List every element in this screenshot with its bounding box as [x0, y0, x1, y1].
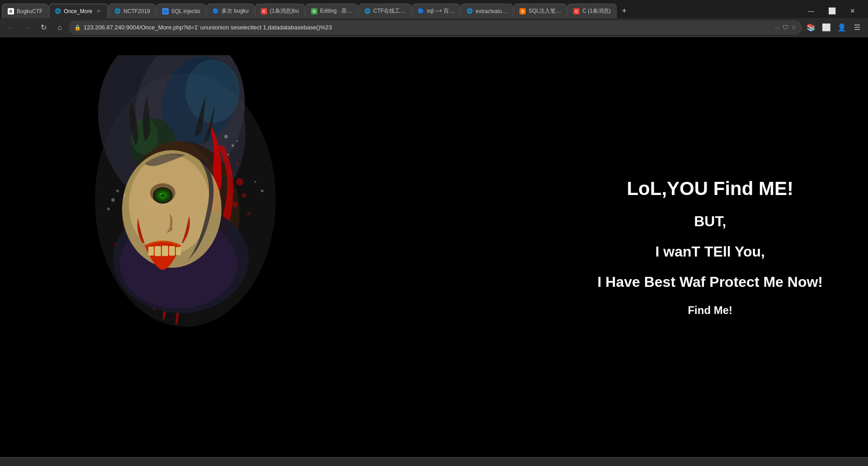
line4: Find Me!: [598, 304, 823, 317]
tab-close-button[interactable]: ✕: [95, 8, 102, 15]
more-options-icon[interactable]: ···: [775, 24, 780, 31]
tab-c1[interactable]: C (1条消息)bu: [255, 4, 305, 18]
svg-rect-33: [155, 246, 161, 256]
minimize-button[interactable]: —: [801, 4, 821, 18]
svg-point-46: [255, 181, 256, 183]
tab-favicon-sqlbai: 🔵: [418, 8, 424, 14]
line1: BUT,: [598, 213, 823, 230]
tab-favicon-extract: 🌐: [467, 8, 473, 14]
tab-once-more[interactable]: 🌐 Once_More ✕: [49, 4, 108, 18]
svg-point-43: [123, 195, 125, 196]
tab-favicon-c2: C: [573, 8, 580, 14]
address-bar-container[interactable]: 🔒 ··· 🛡 ☆: [69, 20, 802, 35]
tab-label-editing: Editing · 异…: [320, 7, 352, 15]
tab-favicon-bugku: B: [8, 8, 14, 14]
tab-bugku[interactable]: B BugkuCTF: [2, 4, 48, 18]
maximize-button[interactable]: ⬜: [822, 4, 842, 18]
svg-point-40: [236, 140, 238, 142]
tab-sql-bai[interactable]: 🔵 sql --+ 百…: [412, 4, 460, 18]
line2: I wanT TEll You,: [598, 243, 823, 260]
svg-point-39: [227, 154, 229, 156]
svg-point-16: [236, 162, 239, 165]
tab-label-sqlnote: SQL注入笔…: [528, 7, 561, 15]
tab-ctf-online[interactable]: 🌐 CTF在线工…: [359, 4, 411, 18]
security-icon: 🔒: [74, 24, 81, 31]
reload-button[interactable]: ↻: [36, 20, 51, 35]
joker-illustration: [72, 55, 298, 336]
tab-label-extract: extractvalu…: [476, 8, 507, 14]
menu-button[interactable]: ☰: [850, 20, 864, 35]
tab-favicon-c1: C: [261, 8, 267, 14]
tab-editing[interactable]: G Editing · 异…: [305, 4, 358, 18]
svg-point-15: [228, 171, 233, 175]
navigation-bar: ← → ↻ ⌂ 🔒 ··· 🛡 ☆ 📚 ⬜ 👤 ☰: [0, 18, 868, 37]
shield-icon: 🛡: [783, 24, 788, 31]
tab-label-bugku2: 多次 bugku: [222, 7, 249, 15]
tab-favicon-sqlnote: S: [519, 8, 526, 14]
tab-label-nctf: NCTF2019: [123, 8, 150, 14]
address-bar[interactable]: [84, 24, 772, 31]
svg-point-42: [111, 198, 115, 202]
back-button[interactable]: ←: [4, 20, 18, 35]
tab-label-c2: C (1条消息): [582, 7, 611, 15]
svg-rect-35: [169, 246, 175, 256]
tab-label-sql: SQL injectio: [171, 8, 200, 14]
toolbar-right: 📚 ⬜ 👤 ☰: [804, 20, 864, 35]
tab-favicon-bugku2: 🔵: [212, 8, 219, 14]
tab-favicon-once-more: 🌐: [55, 8, 61, 14]
svg-rect-34: [162, 246, 168, 256]
tab-label-ctf: CTF在线工…: [373, 7, 406, 15]
forward-button[interactable]: →: [20, 20, 34, 35]
tab-favicon-sql: 🔵: [162, 8, 169, 14]
svg-point-12: [242, 193, 246, 198]
tab-label-bugku: BugkuCTF: [17, 8, 42, 14]
svg-point-41: [116, 190, 119, 192]
svg-rect-36: [176, 247, 181, 255]
profile-button[interactable]: 👤: [835, 20, 849, 35]
tab-favicon-nctf: 🌐: [114, 8, 121, 14]
tab-sql-note[interactable]: S SQL注入笔…: [514, 4, 567, 18]
tab-favicon-ctf: 🌐: [364, 8, 371, 14]
tab-bar: B BugkuCTF 🌐 Once_More ✕ 🌐 NCTF2019 🔵 SQ…: [0, 0, 868, 18]
svg-point-11: [236, 178, 243, 185]
collections-button[interactable]: 📚: [804, 20, 818, 35]
svg-point-4: [185, 60, 240, 123]
svg-point-45: [261, 190, 264, 192]
tab-favicon-editing: G: [311, 8, 317, 14]
browser-window: B BugkuCTF 🌐 Once_More ✕ 🌐 NCTF2019 🔵 SQ…: [0, 0, 868, 466]
page-content: LoL,YOU Find ME! BUT, I wanT TEll You, I…: [0, 37, 868, 457]
svg-point-13: [232, 202, 238, 207]
tab-c2[interactable]: C C (1条消息): [567, 4, 617, 18]
status-bar: [0, 457, 868, 466]
tab-label-sqlbai: sql --+ 百…: [427, 7, 454, 15]
split-view-button[interactable]: ⬜: [819, 20, 834, 35]
page-text-container: LoL,YOU Find ME! BUT, I wanT TEll You, I…: [598, 178, 823, 317]
close-button[interactable]: ✕: [843, 4, 863, 18]
tab-nctf2019[interactable]: 🌐 NCTF2019: [108, 4, 156, 18]
tab-sql-inject[interactable]: 🔵 SQL injectio: [156, 4, 206, 18]
address-bar-actions: ··· 🛡 ☆: [775, 24, 797, 31]
tab-label-once-more: Once_More: [64, 8, 92, 14]
tab-bugku2[interactable]: 🔵 多次 bugku: [207, 4, 255, 18]
svg-point-44: [107, 208, 110, 210]
line3: I Have Best Waf Protect Me Now!: [598, 274, 823, 290]
tab-label-c1: (1条消息)bu: [270, 7, 299, 15]
home-button[interactable]: ⌂: [52, 20, 67, 35]
bookmark-icon[interactable]: ☆: [791, 24, 797, 31]
window-controls: — ⬜ ✕: [797, 4, 866, 18]
new-tab-button[interactable]: +: [617, 4, 632, 18]
tab-extractvalue[interactable]: 🌐 extractvalu…: [461, 4, 513, 18]
svg-rect-32: [148, 247, 154, 256]
main-heading: LoL,YOU Find ME!: [598, 178, 823, 200]
svg-point-38: [231, 144, 234, 147]
svg-point-37: [224, 135, 228, 138]
svg-point-14: [247, 212, 250, 215]
svg-point-31: [150, 183, 175, 203]
